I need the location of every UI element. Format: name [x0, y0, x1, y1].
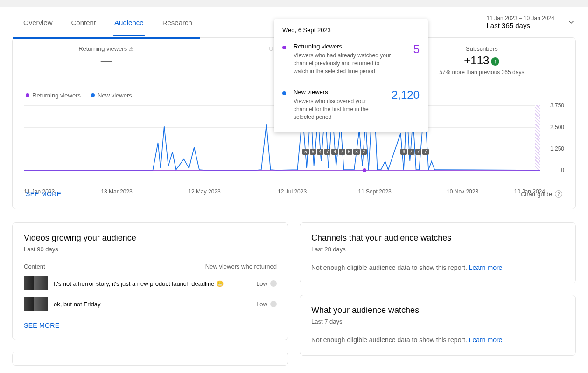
- next-card-peek: [12, 352, 288, 366]
- dot-icon: [26, 93, 29, 97]
- card-title: Channels that your audience watches: [311, 233, 564, 243]
- learn-more-link[interactable]: Learn more: [469, 336, 503, 344]
- date-range-label: Last 365 days: [487, 21, 554, 29]
- dot-icon: [282, 91, 286, 95]
- dot-icon: [91, 93, 95, 97]
- chart-tooltip: Wed, 6 Sept 2023 Returning viewers Viewe…: [274, 19, 428, 132]
- video-thumbnail: [24, 297, 48, 311]
- chart-badges: 6777: [400, 149, 429, 155]
- dot-icon: [282, 46, 286, 49]
- videos-growing-card: Videos growing your audience Last 90 day…: [12, 222, 288, 340]
- y-axis: 3,750 2,500 1,250 0: [542, 105, 564, 171]
- audience-chart-card: Returning viewers⚠ — U hidden by tooltip…: [12, 37, 576, 209]
- chevron-down-icon[interactable]: [568, 21, 574, 24]
- card-title: What your audience watches: [311, 305, 564, 315]
- table-row[interactable]: It's not a horror story, it's just a new…: [24, 276, 277, 290]
- tab-content[interactable]: Content: [62, 8, 105, 36]
- date-range-picker[interactable]: 11 Jan 2023 – 10 Jan 2024 Last 365 days: [487, 15, 554, 29]
- tab-audience[interactable]: Audience: [105, 8, 153, 36]
- status-chip-icon: [270, 301, 277, 307]
- date-range-text: 11 Jan 2023 – 10 Jan 2024: [487, 15, 554, 21]
- tabs: Overview Content Audience Research: [14, 8, 202, 36]
- warning-icon: ⚠: [129, 46, 134, 52]
- see-more-button[interactable]: SEE MORE: [24, 322, 59, 329]
- table-row[interactable]: ok, but not Friday Low: [24, 297, 277, 311]
- metric-returning-viewers[interactable]: Returning viewers⚠ —: [13, 38, 200, 84]
- arrow-up-icon: ↑: [491, 57, 499, 66]
- tab-overview[interactable]: Overview: [14, 8, 62, 36]
- learn-more-link[interactable]: Learn more: [469, 264, 503, 271]
- audience-watches-card: What your audience watches Last 7 days N…: [300, 295, 576, 356]
- hover-marker: [363, 168, 366, 172]
- channels-watched-card: Channels that your audience watches Last…: [300, 222, 576, 283]
- help-icon: ?: [555, 190, 562, 198]
- video-thumbnail: [24, 276, 48, 290]
- card-title: Videos growing your audience: [24, 233, 277, 243]
- chart-badges: 554747682: [302, 149, 368, 155]
- status-chip-icon: [270, 280, 277, 287]
- tab-research[interactable]: Research: [153, 8, 202, 36]
